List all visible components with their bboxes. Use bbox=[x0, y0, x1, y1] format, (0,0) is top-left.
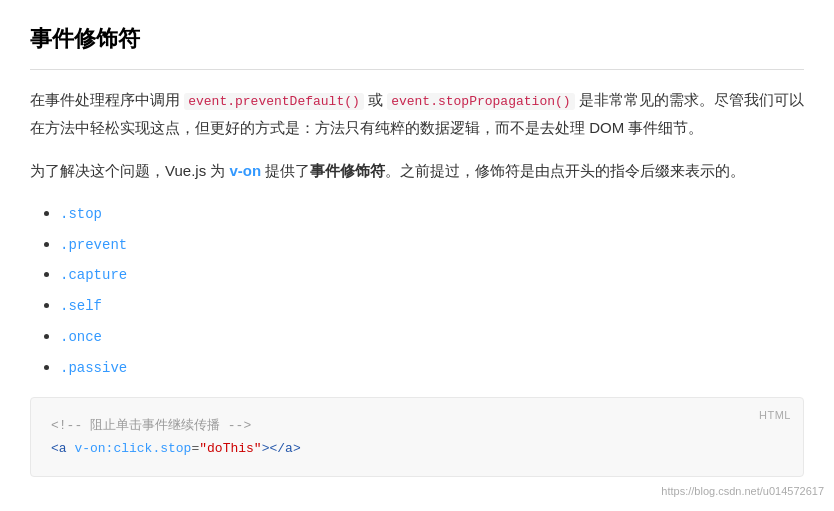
modifier-list: .stop .prevent .capture .self .once .pas… bbox=[60, 200, 804, 381]
list-item: .passive bbox=[60, 354, 804, 381]
v-on-highlight: v-on bbox=[229, 162, 261, 179]
intro-text-2c: 。之前提过，修饰符是由点开头的指令后缀来表示的。 bbox=[385, 162, 745, 179]
code-line-1: <!-- 阻止单击事件继续传播 --> bbox=[51, 414, 783, 437]
inline-code-stop-propagation: event.stopPropagation() bbox=[387, 93, 574, 110]
watermark: https://blog.csdn.net/u014572617 bbox=[661, 482, 824, 501]
list-item: .once bbox=[60, 323, 804, 350]
intro-text-1b: 或 bbox=[364, 91, 387, 108]
modifier-highlight: 事件修饰符 bbox=[310, 162, 385, 179]
list-item: .self bbox=[60, 292, 804, 319]
page-title: 事件修饰符 bbox=[30, 20, 804, 70]
list-item: .stop bbox=[60, 200, 804, 227]
code-tag-open: <a bbox=[51, 441, 74, 456]
modifier-self: .self bbox=[60, 298, 102, 314]
modifier-capture: .capture bbox=[60, 267, 127, 283]
code-attr-value: "doThis" bbox=[199, 441, 261, 456]
code-lang-badge: HTML bbox=[759, 406, 791, 426]
list-item: .capture bbox=[60, 261, 804, 288]
list-item: .prevent bbox=[60, 231, 804, 258]
code-block: HTML <!-- 阻止单击事件继续传播 --> <a v-on:click.s… bbox=[30, 397, 804, 478]
code-line-2: <a v-on:click.stop="doThis"></a> bbox=[51, 437, 783, 460]
code-tag-close: ></a> bbox=[262, 441, 301, 456]
intro-paragraph-1: 在事件处理程序中调用 event.preventDefault() 或 even… bbox=[30, 86, 804, 140]
modifier-prevent: .prevent bbox=[60, 237, 127, 253]
modifier-passive: .passive bbox=[60, 360, 127, 376]
code-comment: <!-- 阻止单击事件继续传播 --> bbox=[51, 418, 251, 433]
modifier-stop: .stop bbox=[60, 206, 102, 222]
intro-paragraph-2: 为了解决这个问题，Vue.js 为 v-on 提供了事件修饰符。之前提过，修饰符… bbox=[30, 157, 804, 184]
intro-text-1a: 在事件处理程序中调用 bbox=[30, 91, 184, 108]
intro-text-2b: 提供了 bbox=[261, 162, 310, 179]
code-attr-name: v-on:click.stop bbox=[74, 441, 191, 456]
intro-text-2a: 为了解决这个问题，Vue.js 为 bbox=[30, 162, 229, 179]
modifier-once: .once bbox=[60, 329, 102, 345]
inline-code-prevent-default: event.preventDefault() bbox=[184, 93, 364, 110]
